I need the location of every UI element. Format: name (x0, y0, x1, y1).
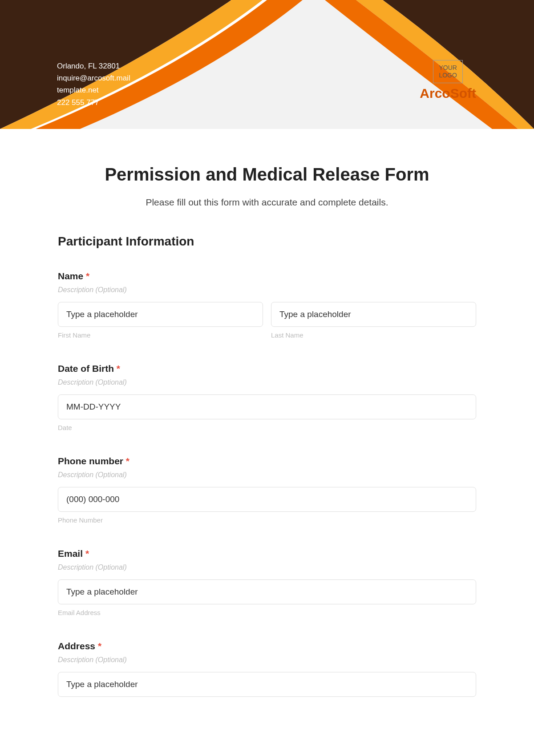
company-phone: 222 555 777 (57, 97, 130, 109)
logo-text-line2: LOGO (439, 72, 457, 79)
header-banner: Orlando, FL 32801 inquire@arcosoft.mail … (0, 0, 534, 129)
form-title: Permission and Medical Release Form (58, 165, 476, 185)
first-name-sublabel: First Name (58, 331, 263, 339)
field-dob: Date of Birth * Description (Optional) D… (58, 363, 476, 431)
phone-description: Description (Optional) (58, 471, 476, 479)
required-star-icon: * (117, 363, 120, 374)
email-description: Description (Optional) (58, 563, 476, 571)
required-star-icon: * (86, 271, 89, 281)
dob-label: Date of Birth * (58, 363, 476, 374)
email-input[interactable] (58, 579, 476, 604)
phone-label-text: Phone number (58, 456, 123, 466)
name-label: Name * (58, 271, 476, 281)
dob-input[interactable] (58, 394, 476, 419)
address-description: Description (Optional) (58, 656, 476, 664)
logo-area: YOUR LOGO ArcoSoft (420, 60, 476, 101)
company-name: ArcoSoft (420, 86, 476, 101)
company-email: inquire@arcosoft.mail (57, 72, 130, 84)
address-label: Address * (58, 641, 476, 651)
company-website: template.net (57, 84, 130, 96)
last-name-input[interactable] (271, 302, 476, 327)
field-address: Address * Description (Optional) (58, 641, 476, 697)
company-contact-block: Orlando, FL 32801 inquire@arcosoft.mail … (57, 60, 130, 109)
name-description: Description (Optional) (58, 286, 476, 294)
email-sublabel: Email Address (58, 609, 476, 616)
required-star-icon: * (85, 548, 89, 559)
form-content: Permission and Medical Release Form Plea… (0, 129, 534, 697)
required-star-icon: * (126, 456, 129, 466)
dob-description: Description (Optional) (58, 378, 476, 386)
section-title: Participant Information (58, 234, 476, 249)
field-email: Email * Description (Optional) Email Add… (58, 548, 476, 616)
logo-placeholder: YOUR LOGO (433, 60, 462, 83)
address-input[interactable] (58, 672, 476, 697)
company-address: Orlando, FL 32801 (57, 60, 130, 72)
field-phone: Phone number * Description (Optional) Ph… (58, 456, 476, 524)
dob-label-text: Date of Birth (58, 363, 114, 374)
address-label-text: Address (58, 641, 95, 651)
required-star-icon: * (98, 641, 101, 651)
form-subtitle: Please fill out this form with accurate … (58, 197, 476, 208)
email-label-text: Email (58, 548, 83, 559)
phone-input[interactable] (58, 487, 476, 512)
logo-text-line1: YOUR (439, 64, 457, 72)
phone-label: Phone number * (58, 456, 476, 466)
dob-sublabel: Date (58, 424, 476, 431)
last-name-sublabel: Last Name (271, 331, 476, 339)
email-label: Email * (58, 548, 476, 559)
phone-sublabel: Phone Number (58, 516, 476, 524)
field-name: Name * Description (Optional) First Name… (58, 271, 476, 339)
first-name-input[interactable] (58, 302, 263, 327)
name-label-text: Name (58, 271, 83, 281)
